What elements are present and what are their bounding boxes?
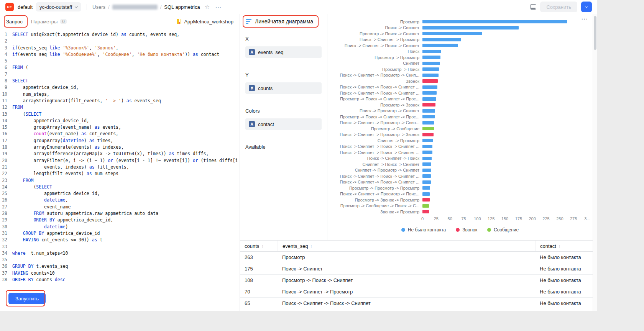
bar[interactable] [422, 169, 431, 172]
bar[interactable] [422, 50, 441, 53]
bar[interactable] [422, 74, 439, 77]
field-chip-contact[interactable]: Acontact [245, 118, 322, 130]
legend-item[interactable]: Не было контакта [401, 227, 446, 233]
folder-name: yc-doc-outstaff [39, 4, 72, 10]
sort-icon[interactable]: ↕ [559, 244, 560, 248]
code-text: appmetrica_device_id, [12, 84, 79, 91]
view-toggle-icon[interactable] [530, 4, 536, 10]
code-line: 12FROM [0, 104, 240, 111]
bar[interactable] [422, 133, 434, 136]
string-type-icon: A [249, 49, 255, 55]
bar[interactable] [422, 26, 519, 29]
tab-parameters[interactable]: Параметры 0 [31, 19, 67, 25]
code-text: (SELECT [12, 184, 52, 190]
scrollbar-thumb[interactable] [594, 16, 596, 50]
column-header-contact[interactable]: contact↕ [535, 241, 593, 251]
bar-category-label: Просмотр -> Поиск [330, 67, 419, 72]
bar[interactable] [422, 157, 432, 160]
column-header-counts[interactable]: counts↕ [240, 241, 278, 251]
datalens-logo[interactable]: DE [5, 3, 14, 11]
column-header-events_seq[interactable]: events_seq↕ [278, 241, 535, 251]
section-label: Colors [245, 108, 322, 114]
bar[interactable] [422, 32, 482, 35]
field-chip-events_seq[interactable]: Aevents_seq [245, 46, 322, 58]
bar[interactable] [422, 192, 430, 196]
bar[interactable] [422, 151, 432, 154]
bar[interactable] [422, 204, 429, 208]
bar-area [422, 192, 587, 196]
run-button[interactable]: Запустить [8, 293, 46, 304]
favorite-star-icon[interactable]: ☆ [205, 3, 210, 10]
code-line: 11 arrayStringConcat(filt_events, ' -> '… [0, 98, 240, 104]
sql-code-editor[interactable]: 1SELECT uniqExact(t.appmetrica_device_id… [0, 29, 240, 283]
bar-area [422, 79, 587, 83]
bar[interactable] [422, 186, 430, 190]
breadcrumb-users[interactable]: Users [92, 4, 105, 10]
bar[interactable] [422, 85, 437, 89]
table-cell: Не было контакта [535, 263, 593, 274]
tab-parameters-label: Параметры [31, 19, 58, 25]
field-chip-counts[interactable]: #counts [245, 82, 322, 94]
bar-row: Поиск -> Сниппет -> Просмотр -> Поис... [330, 191, 587, 197]
code-line: 24 (SELECT [0, 184, 240, 190]
table-cell: Не было контакта [535, 286, 593, 297]
bar-row: Просмотр -> Звонок [330, 102, 587, 108]
bar[interactable] [422, 103, 435, 107]
bar-row: Поиск -> Сниппет -> Просмотр -> Снип... [330, 120, 587, 126]
scrollbar[interactable] [593, 14, 597, 311]
save-menu-button[interactable] [581, 2, 592, 12]
more-menu-icon[interactable]: ⋯ [215, 3, 221, 11]
bar[interactable] [422, 91, 437, 95]
code-line: 30 datetime) [0, 224, 240, 230]
chart-type-selector[interactable]: Линейчатая диаграмма [240, 14, 327, 29]
bar[interactable] [422, 174, 431, 178]
bar[interactable] [422, 44, 458, 47]
bar-category-label: Поиск -> Сниппет -> Поиск -> Сниппет ... [330, 85, 419, 89]
bar[interactable] [422, 38, 461, 41]
legend-item[interactable]: Сообщение [487, 227, 519, 233]
bar[interactable] [422, 127, 434, 130]
bar-row: Поиск -> Сниппет -> Просмотр [330, 37, 587, 43]
bar[interactable] [422, 180, 431, 184]
code-text: num_steps, [12, 91, 49, 98]
field-name: contact [258, 121, 274, 127]
bar[interactable] [422, 121, 434, 125]
tab-query[interactable]: Запрос [6, 19, 23, 25]
code-line: 8SELECT [0, 78, 240, 84]
connection-selector[interactable]: AppMetrica_workshop [177, 19, 233, 25]
folder-select[interactable]: yc-doc-outstaff [36, 2, 81, 11]
legend-item[interactable]: Звонок [456, 227, 477, 233]
line-number: 6 [0, 64, 12, 71]
code-text: arrayStringConcat(filt_events, ' -> ') a… [12, 98, 161, 104]
bar[interactable] [422, 198, 430, 202]
sort-icon[interactable]: ↕ [310, 244, 312, 248]
bar[interactable] [422, 62, 440, 65]
code-text: (SELECT [12, 111, 41, 118]
bar-row: Просмотр -> Просмотр -> Просмотр [330, 185, 587, 191]
bar[interactable] [422, 145, 432, 148]
bar-row: Поиск -> Сниппет -> Поиск -> Сниппет ... [330, 144, 587, 150]
bar[interactable] [422, 115, 435, 118]
table-cell: Поиск -> Сниппет -> Просмотр [278, 286, 535, 297]
bar[interactable] [422, 162, 431, 166]
bar[interactable] [422, 56, 440, 59]
bar-category-label: Поиск -> Сниппет -> Поиск -> Сниппет ... [330, 174, 419, 179]
bar[interactable] [422, 139, 433, 142]
org-name: default [18, 4, 33, 10]
bar[interactable] [422, 20, 567, 23]
code-text: FROM [12, 104, 23, 111]
x-tick-label: 100 [474, 216, 481, 221]
table-cell: 108 [240, 275, 278, 286]
code-text: if(events_seq like '%Звонок%', 'Звонок', [12, 45, 118, 51]
bar[interactable] [422, 109, 435, 113]
bar-area [422, 121, 587, 125]
save-button[interactable]: Сохранить [540, 2, 577, 12]
bar[interactable] [422, 79, 438, 83]
sort-icon[interactable]: ↕ [261, 244, 263, 248]
table-cell: Просмотр [278, 252, 535, 263]
code-line: 38ORDER BY counts desc [0, 277, 240, 283]
bar[interactable] [422, 97, 436, 101]
bar[interactable] [422, 210, 429, 213]
bar[interactable] [422, 67, 439, 71]
breadcrumb-user-blurred[interactable] [112, 5, 158, 10]
